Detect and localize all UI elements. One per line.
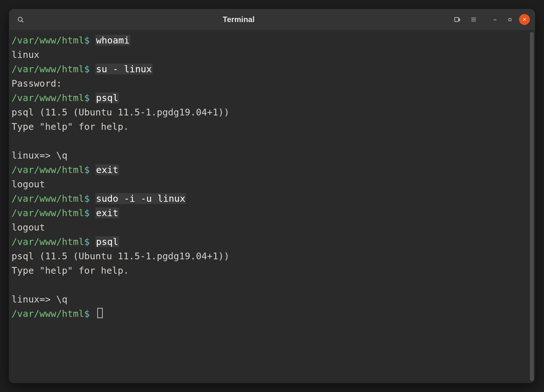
terminal-line: /var/www/html$ sudo -i -u linux bbox=[12, 192, 531, 206]
psql-command: \q bbox=[56, 294, 68, 305]
terminal-line: logout bbox=[12, 177, 531, 192]
titlebar-left bbox=[14, 13, 27, 26]
terminal-line: linux=> \q bbox=[12, 148, 531, 163]
scrollbar[interactable] bbox=[530, 32, 534, 381]
terminal-window: Terminal bbox=[9, 9, 535, 383]
shell-command: psql bbox=[95, 236, 119, 247]
terminal-line: linux=> \q bbox=[12, 292, 531, 307]
terminal-output[interactable]: /var/www/html$ whoamilinux/var/www/html$… bbox=[12, 33, 531, 321]
terminal-line: /var/www/html$ psql bbox=[12, 235, 531, 249]
cursor bbox=[97, 308, 103, 318]
shell-command: exit bbox=[95, 164, 119, 175]
new-tab-icon[interactable] bbox=[451, 13, 463, 26]
terminal-line: /var/www/html$ bbox=[12, 307, 531, 321]
shell-command: sudo -i -u linux bbox=[95, 193, 186, 204]
terminal-line: /var/www/html$ whoami bbox=[12, 33, 531, 48]
titlebar-right bbox=[451, 13, 530, 26]
hamburger-menu-icon[interactable] bbox=[467, 13, 480, 26]
psql-prompt: linux=> bbox=[12, 294, 56, 305]
terminal-line: /var/www/html$ exit bbox=[12, 163, 531, 177]
terminal-line: linux bbox=[12, 48, 531, 62]
shell-command: whoami bbox=[95, 35, 130, 46]
terminal-line: /var/www/html$ su - linux bbox=[12, 62, 531, 76]
psql-prompt: linux=> bbox=[12, 150, 56, 161]
titlebar: Terminal bbox=[9, 9, 535, 30]
shell-command: su - linux bbox=[95, 64, 153, 74]
maximize-button[interactable] bbox=[504, 14, 515, 25]
terminal-line: /var/www/html$ psql bbox=[12, 91, 531, 105]
shell-command: exit bbox=[95, 208, 119, 218]
psql-command: \q bbox=[56, 150, 68, 161]
terminal-line: Type "help" for help. bbox=[12, 120, 531, 134]
terminal-line bbox=[12, 134, 531, 148]
window-title: Terminal bbox=[30, 15, 447, 24]
shell-command: psql bbox=[95, 92, 119, 103]
terminal-line: /var/www/html$ exit bbox=[12, 206, 531, 220]
svg-line-1 bbox=[22, 21, 23, 22]
terminal-line: psql (11.5 (Ubuntu 11.5-1.pgdg19.04+1)) bbox=[12, 105, 531, 120]
search-icon[interactable] bbox=[14, 13, 27, 26]
close-button[interactable] bbox=[519, 14, 530, 25]
terminal-line: Type "help" for help. bbox=[12, 263, 531, 278]
svg-point-0 bbox=[18, 17, 22, 21]
terminal-line bbox=[12, 278, 531, 292]
terminal-body[interactable]: /var/www/html$ whoamilinux/var/www/html$… bbox=[9, 30, 535, 383]
terminal-line: Password: bbox=[12, 76, 531, 91]
minimize-button[interactable] bbox=[490, 14, 500, 25]
svg-rect-9 bbox=[508, 18, 511, 21]
svg-rect-2 bbox=[455, 18, 459, 22]
terminal-line: psql (11.5 (Ubuntu 11.5-1.pgdg19.04+1)) bbox=[12, 249, 531, 263]
terminal-line: logout bbox=[12, 220, 531, 235]
